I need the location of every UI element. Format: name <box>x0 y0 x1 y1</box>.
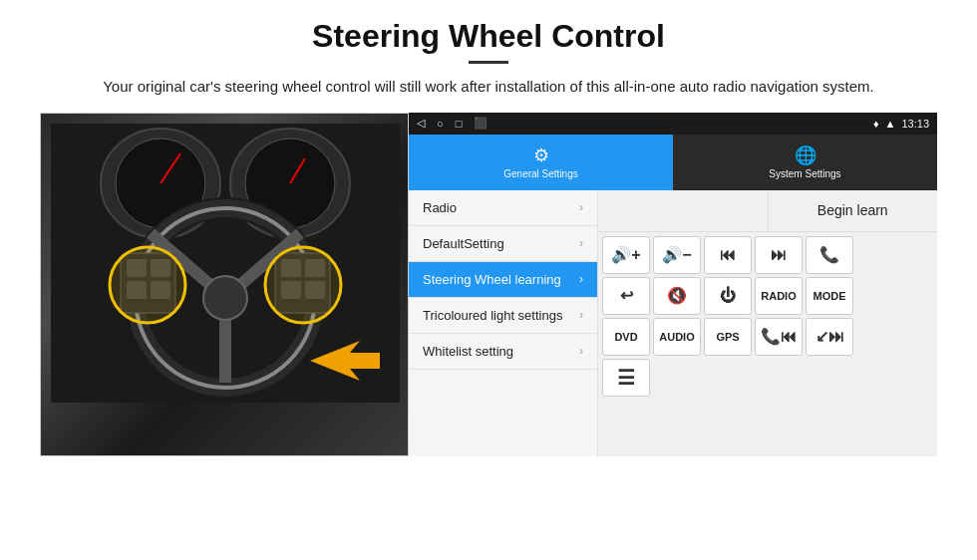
mute-button[interactable]: 🔇 <box>653 277 701 315</box>
car-image-section <box>40 113 409 456</box>
right-panel: Begin learn 🔊+ 🔊− <box>598 190 937 456</box>
status-bar-left: ◁ ○ □ ⬛ <box>417 117 488 130</box>
begin-learn-button[interactable]: Begin learn <box>769 190 938 231</box>
whitelist-icon: ☰ <box>617 366 635 390</box>
title-divider <box>469 61 508 64</box>
system-settings-label: System Settings <box>769 168 840 179</box>
general-settings-icon: ⚙ <box>533 144 549 166</box>
page-wrapper: Steering Wheel Control Your original car… <box>0 0 977 466</box>
left-menu: Radio › DefaultSetting › Steering Wheel … <box>409 190 598 456</box>
location-icon: ♦ <box>873 118 879 130</box>
home-icon[interactable]: ○ <box>437 118 444 130</box>
audio-label: AUDIO <box>659 331 694 343</box>
menu-item-whitelist-label: Whitelist setting <box>423 344 579 359</box>
ctrl-row-4: ☰ <box>602 359 933 397</box>
dvd-button[interactable]: DVD <box>602 318 650 356</box>
main-content: ◁ ○ □ ⬛ ♦ ▲ 13:13 ⚙ General Settings <box>40 113 937 456</box>
page-title: Steering Wheel Control <box>40 18 937 55</box>
menu-item-steering-label: Steering Wheel learning <box>423 272 579 287</box>
general-settings-label: General Settings <box>503 168 578 179</box>
vol-up-icon: 🔊+ <box>611 245 640 264</box>
skip-back-next-icon: ↙⏭ <box>815 327 844 346</box>
radio-label: RADIO <box>761 290 796 302</box>
vol-down-icon: 🔊− <box>662 245 691 264</box>
mode-button[interactable]: MODE <box>806 277 853 315</box>
svg-point-25 <box>265 247 341 323</box>
blank-cell <box>598 190 769 231</box>
next-track-button[interactable]: ⏭ <box>755 236 803 274</box>
dvd-label: DVD <box>614 331 637 343</box>
answer-call-prev-button[interactable]: 📞⏮ <box>755 318 803 356</box>
menu-item-steering[interactable]: Steering Wheel learning › <box>409 262 597 298</box>
subtitle: Your original car's steering wheel contr… <box>40 76 937 99</box>
menu-item-tricoloured[interactable]: Tricoloured light settings › <box>409 298 597 334</box>
steering-wheel-svg <box>51 124 400 403</box>
controls-grid: 🔊+ 🔊− ⏮ ⏭ 📞 <box>598 232 937 456</box>
mute-icon: 🔇 <box>667 286 687 305</box>
svg-point-24 <box>110 247 185 323</box>
radio-button[interactable]: RADIO <box>755 277 803 315</box>
chevron-icon: › <box>579 344 583 358</box>
car-background <box>41 114 408 455</box>
vol-down-button[interactable]: 🔊− <box>653 236 701 274</box>
tab-system-settings[interactable]: 🌐 System Settings <box>673 135 937 190</box>
audio-button[interactable]: AUDIO <box>653 318 701 356</box>
ctrl-row-2: ↩ 🔇 ⏻ RADIO MOD <box>602 277 933 315</box>
menu-item-radio-label: Radio <box>423 200 579 215</box>
gps-label: GPS <box>716 331 739 343</box>
power-button[interactable]: ⏻ <box>704 277 752 315</box>
top-row: Begin learn <box>598 190 937 232</box>
chevron-icon: › <box>579 272 583 286</box>
main-area: Radio › DefaultSetting › Steering Wheel … <box>409 190 937 456</box>
skip-back-next-button[interactable]: ↙⏭ <box>806 318 853 356</box>
whitelist-icon-button[interactable]: ☰ <box>602 359 650 397</box>
ctrl-row-3: DVD AUDIO GPS 📞⏮ <box>602 318 933 356</box>
menu-item-default[interactable]: DefaultSetting › <box>409 226 597 262</box>
mode-label: MODE <box>814 290 846 302</box>
signal-icon: ▲ <box>885 118 896 130</box>
vol-up-button[interactable]: 🔊+ <box>602 236 650 274</box>
recents-icon[interactable]: □ <box>456 118 463 130</box>
system-settings-icon: 🌐 <box>795 144 816 166</box>
chevron-icon: › <box>579 200 583 214</box>
gps-button[interactable]: GPS <box>704 318 752 356</box>
menu-item-default-label: DefaultSetting <box>423 236 579 251</box>
power-icon: ⏻ <box>720 287 736 305</box>
prev-track-icon: ⏮ <box>720 246 736 264</box>
phone-icon: 📞 <box>819 245 839 264</box>
ctrl-row-1: 🔊+ 🔊− ⏮ ⏭ 📞 <box>602 236 933 274</box>
hang-up-icon: ↩ <box>620 286 633 305</box>
android-ui: ◁ ○ □ ⬛ ♦ ▲ 13:13 ⚙ General Settings <box>409 113 937 456</box>
back-icon[interactable]: ◁ <box>417 117 425 130</box>
chevron-icon: › <box>579 308 583 322</box>
tab-general-settings[interactable]: ⚙ General Settings <box>409 135 673 190</box>
menu-item-whitelist[interactable]: Whitelist setting › <box>409 334 597 370</box>
phone-button[interactable]: 📞 <box>806 236 853 274</box>
nav-tabs: ⚙ General Settings 🌐 System Settings <box>409 135 937 190</box>
clock: 13:13 <box>901 118 929 130</box>
menu-item-radio[interactable]: Radio › <box>409 190 597 226</box>
next-track-icon: ⏭ <box>771 246 787 264</box>
menu-item-tricoloured-label: Tricoloured light settings <box>423 308 579 323</box>
status-bar-right: ♦ ▲ 13:13 <box>873 118 929 130</box>
answer-prev-icon: 📞⏮ <box>761 327 797 346</box>
hang-up-button[interactable]: ↩ <box>602 277 650 315</box>
svg-point-13 <box>203 276 247 320</box>
chevron-icon: › <box>579 236 583 250</box>
screenshot-icon[interactable]: ⬛ <box>474 117 488 130</box>
prev-track-button[interactable]: ⏮ <box>704 236 752 274</box>
status-bar: ◁ ○ □ ⬛ ♦ ▲ 13:13 <box>409 113 937 135</box>
